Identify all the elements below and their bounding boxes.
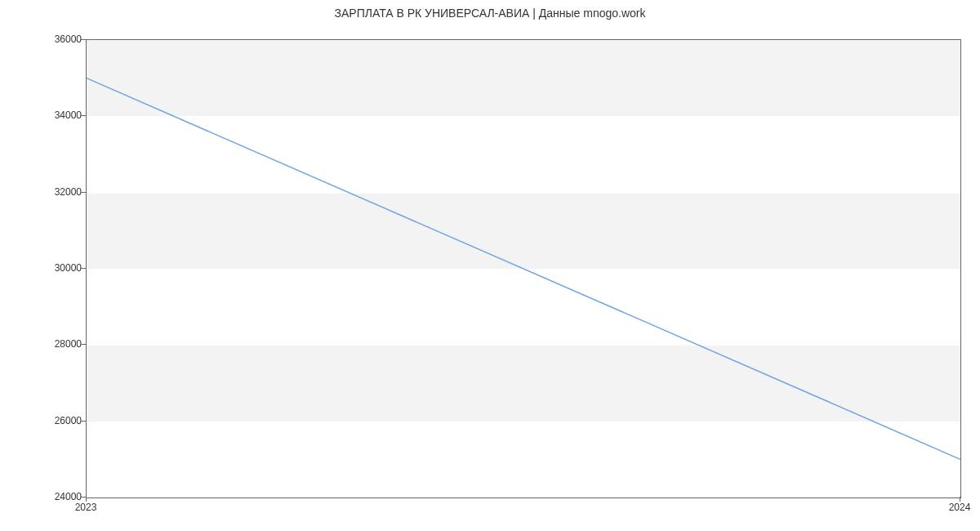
chart-container: ЗАРПЛАТА В РК УНИВЕРСАЛ-АВИА | Данные mn… <box>0 0 980 531</box>
y-tick-label: 28000 <box>41 338 82 350</box>
y-tick-label: 24000 <box>41 491 82 502</box>
y-tick-label: 30000 <box>41 262 82 274</box>
chart-title: ЗАРПЛАТА В РК УНИВЕРСАЛ-АВИА | Данные mn… <box>0 0 980 20</box>
series-line <box>87 78 960 460</box>
x-tick-label: 2023 <box>75 502 97 513</box>
y-tick-label: 34000 <box>41 109 82 121</box>
x-tick-label: 2024 <box>949 502 971 513</box>
y-tick-label: 32000 <box>41 186 82 198</box>
plot-area <box>86 39 961 498</box>
y-tick-label: 36000 <box>41 33 82 45</box>
line-series <box>87 40 960 498</box>
y-tick-label: 26000 <box>41 415 82 426</box>
